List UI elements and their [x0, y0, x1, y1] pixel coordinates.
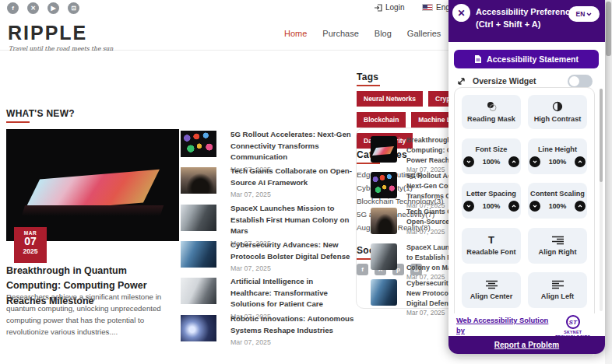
article-list-item[interactable]: Artificial Intelligence in Healthcare: T… [181, 276, 355, 310]
article-list-item[interactable]: Tech Giants Collaborate on Open-Source A… [181, 166, 355, 200]
article-list-item[interactable]: Robotic Innovations: Autonomous Systems … [181, 313, 355, 348]
document-icon [474, 54, 482, 64]
x-twitter-icon[interactable]: ✕ [27, 2, 39, 14]
align-right-icon [552, 236, 564, 245]
article-thumbnail [181, 278, 216, 304]
date-year: 2025 [14, 247, 47, 255]
accessibility-shortcut: (Ctrl + Shift + A) [476, 19, 579, 31]
article-date: Mar 07, 2025 [230, 338, 355, 348]
article-thumbnail [181, 241, 216, 268]
panel-footer: Web Accessibility Solution by SkynetTech… [448, 313, 605, 336]
chevron-down-icon [533, 160, 537, 163]
decrease-button[interactable] [463, 156, 474, 167]
accessibility-statement-button[interactable]: Accessibility Statement [454, 50, 599, 68]
content-scaling-value: 100% [549, 202, 567, 210]
increase-button[interactable] [575, 201, 586, 212]
nav-item-home[interactable]: Home [284, 29, 307, 38]
tags-heading: Tags [357, 72, 380, 86]
login-link[interactable]: Login [375, 3, 404, 12]
facebook-icon[interactable]: f [7, 2, 19, 14]
article-date: Mar 07, 2025 [230, 264, 355, 274]
tag-blockchain[interactable]: Blockchain [357, 112, 406, 128]
reading-mask-tile[interactable]: Reading Mask [462, 95, 521, 129]
article-title: Tech Giants Collaborate on Open-Source A… [230, 166, 355, 200]
align-left-icon [552, 280, 564, 289]
article-list-item[interactable]: Cybersecurity Advances: New Protocols Bo… [181, 240, 355, 274]
accessibility-panel-header: ✕ Accessibility Preferences (Ctrl + Shif… [448, 0, 605, 42]
report-problem-link[interactable]: Report a Problem [494, 341, 559, 349]
tag-neural-networks[interactable]: Neural Networks [357, 91, 423, 107]
oversize-widget-toggle[interactable] [568, 75, 593, 88]
whats-new-heading: WHAT'S NEW? [6, 108, 75, 123]
heading-underline [6, 121, 30, 123]
line-height-value: 100% [549, 158, 567, 166]
decrease-button[interactable] [529, 156, 540, 167]
panel-scrollbar[interactable] [600, 89, 603, 311]
report-bar: Report a Problem [448, 336, 605, 354]
page: f ✕ ▶ ⊡ Login English RIPPLE Travel unti… [0, 0, 612, 364]
skynet-logo-icon: ST [566, 315, 580, 329]
article-thumbnail [181, 315, 216, 341]
line-height-tile: Line Height 100% [528, 138, 587, 174]
increase-button[interactable] [575, 156, 586, 167]
accessibility-panel: ✕ Accessibility Preferences (Ctrl + Shif… [448, 0, 605, 354]
decrease-button[interactable] [463, 201, 474, 212]
align-center-tile[interactable]: Align Center [462, 272, 521, 308]
us-flag-icon [422, 4, 433, 11]
increase-button[interactable] [508, 156, 519, 167]
readable-font-tile[interactable]: T Readable Font [462, 228, 521, 264]
article-list-item[interactable]: SpaceX Launches Mission to Establish Fir… [181, 203, 355, 237]
post-thumbnail [371, 243, 397, 270]
readable-font-icon: T [488, 235, 494, 245]
chevron-up-icon [578, 160, 582, 163]
whats-new-title: WHAT'S NEW? [6, 108, 75, 119]
social-icon-row: f ✕ ▶ ⊡ [7, 2, 79, 14]
featured-article-image[interactable] [6, 129, 179, 241]
post-thumbnail [371, 279, 397, 306]
nav-item-blog[interactable]: Blog [375, 29, 392, 38]
featured-date-badge: MAR 07 2025 [14, 227, 47, 263]
letter-spacing-tile: Letter Spacing 100% [462, 183, 521, 219]
close-icon[interactable]: ✕ [452, 4, 470, 22]
instagram-icon[interactable]: ⊡ [68, 2, 79, 14]
nav-item-galleries[interactable]: Galleries [407, 29, 441, 38]
accessibility-panel-title: Accessibility Preferences (Ctrl + Shift … [476, 6, 579, 31]
align-right-tile[interactable]: Align Right [528, 228, 587, 264]
letter-spacing-value: 100% [483, 202, 501, 210]
youtube-icon[interactable]: ▶ [47, 2, 59, 14]
chevron-down-icon [586, 12, 592, 16]
resize-icon [456, 76, 466, 86]
font-size-tile: Font Size 100% [462, 138, 521, 174]
heading-underline [357, 85, 380, 86]
post-thumbnail [371, 136, 397, 163]
align-center-icon [486, 280, 498, 289]
article-list-item[interactable]: 5G Rollout Accelerates: Next-Gen Connect… [181, 129, 355, 163]
page-scrollbar[interactable] [605, 0, 612, 364]
article-thumbnail [181, 205, 216, 231]
oversize-widget-row: Oversize Widget [456, 73, 597, 89]
post-thumbnail [371, 172, 397, 198]
chevron-down-icon [533, 205, 537, 208]
post-thumbnail [371, 208, 397, 234]
chevron-down-icon [466, 205, 471, 208]
content-scaling-tile: Content Scaling 100% [528, 183, 587, 219]
chevron-up-icon [512, 205, 516, 208]
high-contrast-tile[interactable]: High Contrast [528, 95, 587, 129]
laptop-artwork [6, 129, 179, 241]
login-icon [375, 4, 382, 12]
article-thumbnail [181, 167, 216, 194]
chevron-up-icon [578, 205, 582, 208]
panel-language-dropdown[interactable]: EN [568, 6, 600, 22]
nav-item-purchase[interactable]: Purchase [322, 29, 358, 38]
login-label: Login [385, 3, 404, 12]
site-tagline: Travel until the road meets the sun [9, 45, 113, 52]
site-logo[interactable]: RIPPLE [8, 22, 87, 44]
tags-title: Tags [357, 72, 380, 82]
chevron-up-icon [512, 160, 516, 163]
chevron-down-icon [466, 160, 471, 163]
increase-button[interactable] [508, 201, 519, 212]
article-thumbnail [181, 131, 216, 157]
align-left-tile[interactable]: Align Left [528, 272, 587, 308]
reading-mask-icon [485, 101, 498, 112]
decrease-button[interactable] [529, 201, 540, 212]
